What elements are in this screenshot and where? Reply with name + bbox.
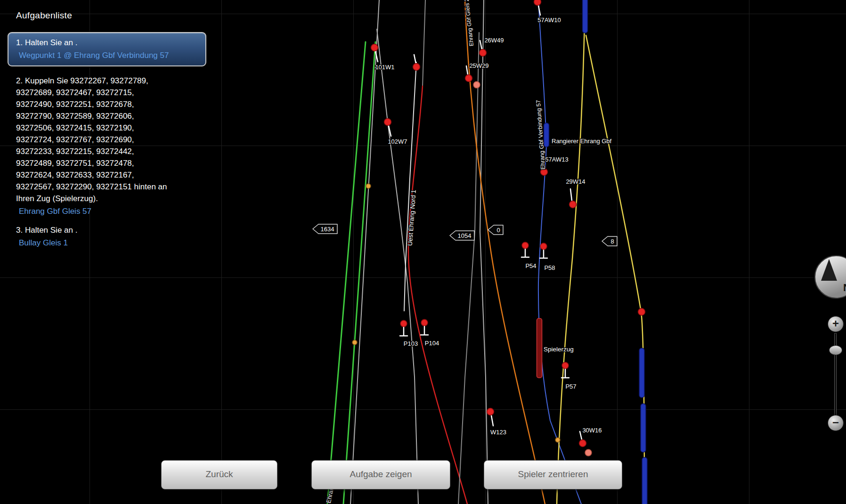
signal-label: 25W29 xyxy=(469,62,488,69)
track-gray-top xyxy=(423,0,425,86)
signal-label: P103 xyxy=(404,340,418,347)
signal-label: P104 xyxy=(425,340,439,347)
zoom-out-button[interactable]: − xyxy=(828,415,844,431)
mileage-marker-1054: 1054 xyxy=(450,231,474,240)
track-label-rangierer: Rangierer Ehrang Gbf xyxy=(552,138,612,145)
signal-label: 29W14 xyxy=(566,178,585,185)
task-item-3[interactable]: 3. Halten Sie an . Bullay Gleis 1 xyxy=(16,224,223,248)
task-2-text: 2. Kuppeln Sie 93272267, 93272789, 93272… xyxy=(16,75,169,204)
mileage-markers: 1634 1054 0 8 xyxy=(313,224,617,246)
signal-102W7[interactable]: 102W7 xyxy=(384,119,407,145)
compass-needle-icon xyxy=(821,259,837,281)
junction-dot xyxy=(555,438,560,442)
signal-label: 102W7 xyxy=(388,138,407,145)
show-task-button[interactable]: Aufgabe zeigen xyxy=(311,460,450,489)
signal-label: 101W1 xyxy=(375,64,394,71)
track-label-uest-nord: Uest Ehrang Nord 1 xyxy=(407,189,417,246)
signal-P54[interactable]: P54 xyxy=(521,242,537,269)
track-yellow-1 xyxy=(557,0,585,504)
mileage-marker-label: 0 xyxy=(496,227,500,234)
signal-label: 57AW10 xyxy=(537,16,561,24)
task-1-text: 1. Halten Sie an . xyxy=(16,37,200,49)
signal-W123[interactable]: W123 xyxy=(487,408,506,436)
task-2-waypoint-link[interactable]: Ehrang Gbf Gleis 57 xyxy=(19,206,169,217)
track-label-gleis25: Ehrang Gbf Gleis 25 xyxy=(463,0,475,47)
signal-29W14[interactable]: 29W14 xyxy=(566,178,585,208)
task-item-1-selected[interactable]: 1. Halten Sie an . Wegpunkt 1 @ Ehrang G… xyxy=(8,32,206,66)
track-gray-c2 xyxy=(480,0,488,504)
signal-57AW10[interactable]: 57AW10 xyxy=(534,0,561,24)
mileage-marker-label: 1634 xyxy=(321,226,334,233)
track-red xyxy=(408,86,467,504)
task-item-2[interactable]: 2. Kuppeln Sie 93272267, 93272789, 93272… xyxy=(16,75,169,217)
signal-label: 26W49 xyxy=(484,37,504,44)
signal-30W16[interactable]: 30W16 xyxy=(579,427,602,456)
ai-train-block[interactable] xyxy=(583,0,588,33)
zoom-slider-handle[interactable] xyxy=(829,345,842,355)
task-3-text: 3. Halten Sie an . xyxy=(16,224,223,236)
signal-label: P58 xyxy=(544,264,555,271)
task-1-waypoint-link[interactable]: Wegpunkt 1 @ Ehrang Gbf Verbindung 57 xyxy=(19,50,200,61)
signal-label: 57AW13 xyxy=(545,156,568,163)
compass-north-label: N xyxy=(843,282,846,294)
signal-P57[interactable]: P57 xyxy=(561,362,577,390)
mileage-marker-8: 8 xyxy=(602,236,617,246)
mileage-marker-1634: 1634 xyxy=(313,224,337,234)
track-gray-1 xyxy=(350,0,379,504)
ai-train-block[interactable] xyxy=(641,404,646,452)
signal-unnamed-2[interactable] xyxy=(638,309,645,316)
signal-label: P57 xyxy=(565,383,576,390)
mileage-marker-0: 0 xyxy=(488,225,503,235)
track-gray-c1 xyxy=(458,33,479,504)
signal-label: 30W16 xyxy=(582,427,602,434)
junction-dot xyxy=(366,184,371,188)
task-3-waypoint-link[interactable]: Bullay Gleis 1 xyxy=(19,237,223,248)
junction-dot xyxy=(352,340,357,345)
page-title: Aufgabenliste xyxy=(16,10,223,21)
signal-label: W123 xyxy=(490,429,506,436)
signal-P58[interactable]: P58 xyxy=(540,243,555,271)
zoom-in-button[interactable]: + xyxy=(828,316,844,332)
junction-nodes xyxy=(352,184,560,442)
rangierer-train-block[interactable] xyxy=(544,123,549,147)
signal-P104[interactable]: P104 xyxy=(421,319,439,347)
center-player-button[interactable]: Spieler zentrieren xyxy=(484,460,622,489)
ai-train-block[interactable] xyxy=(639,348,644,398)
track-gray-2 xyxy=(377,29,418,504)
mileage-marker-label: 1054 xyxy=(458,232,472,239)
signal-label: P54 xyxy=(525,262,536,269)
task-panel: Aufgabenliste 1. Halten Sie an . Wegpunk… xyxy=(16,10,223,248)
ai-train-block[interactable] xyxy=(642,457,647,504)
back-button[interactable]: Zurück xyxy=(161,460,277,489)
mileage-marker-label: 8 xyxy=(610,238,614,245)
signal-P103[interactable]: P103 xyxy=(400,320,418,347)
player-train-label: Spielerzug xyxy=(544,346,574,353)
track-yellow-2 xyxy=(586,35,644,504)
player-train-block[interactable] xyxy=(537,318,542,378)
